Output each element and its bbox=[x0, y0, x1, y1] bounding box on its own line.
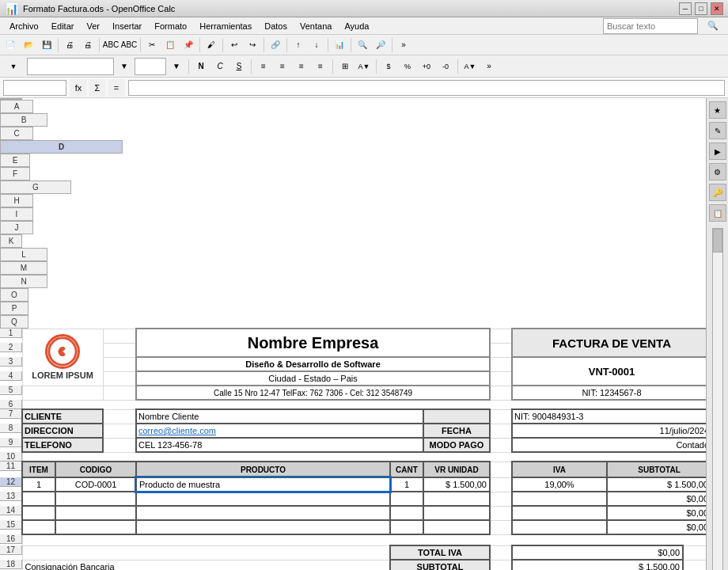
cell-address1[interactable]: Ciudad - Estado – Pais bbox=[136, 371, 490, 386]
paste-btn[interactable]: 📌 bbox=[180, 36, 197, 54]
restore-button[interactable]: □ bbox=[695, 2, 707, 15]
italic-btn[interactable]: C bbox=[211, 58, 229, 75]
close-button[interactable]: ✕ bbox=[711, 2, 723, 15]
td-codigo-4[interactable] bbox=[55, 520, 136, 534]
font-size-input[interactable]: 11 bbox=[135, 58, 166, 75]
undo-btn[interactable]: ↩ bbox=[226, 36, 243, 54]
td-codigo-2[interactable] bbox=[55, 492, 136, 506]
cell-K5[interactable] bbox=[490, 386, 512, 400]
open-btn[interactable]: 📂 bbox=[20, 36, 37, 54]
th-vr[interactable]: VR UNIDAD bbox=[423, 462, 490, 477]
formula-eq-btn[interactable]: = bbox=[108, 79, 125, 97]
col-Q[interactable]: Q bbox=[0, 315, 28, 329]
search-icon[interactable]: 🔍 bbox=[701, 19, 725, 32]
sidebar-btn-4[interactable]: ⚙ bbox=[709, 163, 726, 180]
cell-Q17[interactable] bbox=[683, 545, 706, 560]
align-center-btn[interactable]: ≡ bbox=[274, 58, 291, 75]
col-O[interactable]: O bbox=[0, 288, 28, 302]
cell-K8[interactable] bbox=[490, 424, 512, 438]
th-cant[interactable]: CANT bbox=[390, 462, 423, 477]
cell-K12[interactable] bbox=[490, 477, 512, 492]
align-justify-btn[interactable]: ≡ bbox=[312, 58, 329, 75]
menu-formato[interactable]: Formato bbox=[148, 20, 193, 32]
td-vr-4[interactable] bbox=[423, 520, 490, 534]
cell-A17[interactable] bbox=[22, 545, 390, 560]
col-G[interactable]: G bbox=[0, 180, 71, 194]
save-btn[interactable]: 💾 bbox=[38, 36, 55, 54]
cell-Q18[interactable] bbox=[683, 560, 706, 570]
cell-invoice-number[interactable]: VNT-0001 bbox=[512, 357, 706, 386]
print-preview-btn[interactable]: 🖨 bbox=[61, 36, 78, 54]
sum-btn[interactable]: Σ bbox=[89, 79, 106, 97]
zoom-out-btn[interactable]: 🔎 bbox=[372, 36, 389, 54]
cell-nombre-cliente[interactable]: Nombre Cliente bbox=[136, 409, 423, 424]
td-cant-4[interactable] bbox=[390, 520, 423, 534]
td-producto-4[interactable] bbox=[136, 520, 390, 534]
cell-address2[interactable]: Calle 15 Nro 12-47 TelFax: 762 7306 - Ce… bbox=[136, 386, 490, 400]
td-sub-1[interactable]: $ 1.500,00 bbox=[607, 477, 706, 492]
cell-subtotal-label[interactable]: SUBTOTAL bbox=[390, 560, 490, 570]
sidebar-btn-1[interactable]: ★ bbox=[709, 101, 726, 119]
td-cant-3[interactable] bbox=[390, 506, 423, 520]
cell-total-iva-val[interactable]: $0,00 bbox=[512, 545, 683, 560]
cell-subtotal-val[interactable]: $ 1.500,00 bbox=[512, 560, 683, 570]
td-cant-2[interactable] bbox=[390, 492, 423, 506]
col-I[interactable]: I bbox=[0, 207, 33, 221]
cell-C8[interactable] bbox=[103, 424, 136, 438]
col-N[interactable]: N bbox=[0, 275, 47, 288]
col-F[interactable]: F bbox=[0, 167, 30, 180]
new-btn[interactable]: 📄 bbox=[2, 36, 19, 54]
cell-cel[interactable]: CEL 123-456-78 bbox=[136, 438, 423, 452]
dec-inc-btn[interactable]: +0 bbox=[418, 58, 435, 75]
cell-nit[interactable]: NIT: 1234567-8 bbox=[512, 386, 706, 400]
col-J[interactable]: J bbox=[0, 221, 33, 234]
cell-row16[interactable] bbox=[22, 534, 706, 545]
align-left-btn[interactable]: ≡ bbox=[255, 58, 272, 75]
cell-modo-value[interactable]: Contado bbox=[512, 438, 706, 452]
borders-btn[interactable]: ⊞ bbox=[336, 58, 354, 75]
pct-btn[interactable]: % bbox=[399, 58, 416, 75]
cell-label-dir[interactable]: DIRECCION bbox=[22, 424, 103, 438]
zoom-in-btn[interactable]: 🔍 bbox=[354, 36, 371, 54]
font-name-input[interactable]: Arial bbox=[27, 58, 114, 75]
dec-dec-btn[interactable]: -0 bbox=[437, 58, 454, 75]
th-iva[interactable]: IVA bbox=[512, 462, 607, 477]
cell-K17[interactable] bbox=[490, 545, 512, 560]
col-M[interactable]: M bbox=[0, 261, 47, 275]
td-producto-2[interactable] bbox=[136, 492, 390, 506]
cell-K4[interactable] bbox=[490, 371, 512, 386]
bold-btn[interactable]: N bbox=[192, 58, 210, 75]
td-vr-1[interactable]: $ 1.500,00 bbox=[423, 477, 490, 492]
cell-tagline[interactable]: Diseño & Desarrollo de Software bbox=[136, 357, 490, 371]
menu-herramientas[interactable]: Herramientas bbox=[193, 20, 258, 32]
sidebar-btn-3[interactable]: ▶ bbox=[709, 142, 726, 160]
td-sub-4[interactable]: $0,00 bbox=[607, 520, 706, 534]
cell-C4[interactable] bbox=[103, 371, 136, 386]
sidebar-btn-2[interactable]: ✎ bbox=[709, 122, 726, 139]
th-subtotal[interactable]: SUBTOTAL bbox=[607, 462, 706, 477]
cell-K13[interactable] bbox=[490, 492, 512, 506]
cell-row6[interactable] bbox=[22, 400, 706, 409]
underline-btn[interactable]: S bbox=[230, 58, 248, 75]
menu-ver[interactable]: Ver bbox=[80, 20, 106, 32]
col-C[interactable]: C bbox=[0, 127, 33, 140]
th-item[interactable]: ITEM bbox=[22, 462, 55, 477]
style-btn[interactable]: ▼ bbox=[2, 58, 25, 75]
cell-A5[interactable] bbox=[22, 386, 103, 400]
td-cant-1[interactable]: 1 bbox=[390, 477, 423, 492]
cell-correo[interactable]: correo@cliente.com bbox=[136, 424, 423, 438]
cell-K9[interactable] bbox=[490, 438, 512, 452]
col-H[interactable]: H bbox=[0, 194, 33, 207]
cell-C1[interactable] bbox=[103, 329, 136, 343]
cell-invoice-title[interactable]: FACTURA DE VENTA bbox=[512, 329, 706, 357]
col-B[interactable]: B bbox=[0, 113, 47, 127]
font-color-btn[interactable]: A▼ bbox=[461, 58, 479, 75]
th-codigo[interactable]: CODIGO bbox=[55, 462, 136, 477]
menu-archivo[interactable]: Archivo bbox=[3, 20, 45, 32]
col-P[interactable]: P bbox=[0, 302, 28, 315]
currency-btn[interactable]: $ bbox=[380, 58, 397, 75]
cell-K3[interactable] bbox=[490, 357, 512, 371]
td-item-3[interactable] bbox=[22, 506, 55, 520]
cell-consignacion[interactable]: Consignación Bancaria bbox=[22, 560, 390, 570]
cell-nit-label[interactable] bbox=[423, 409, 490, 424]
